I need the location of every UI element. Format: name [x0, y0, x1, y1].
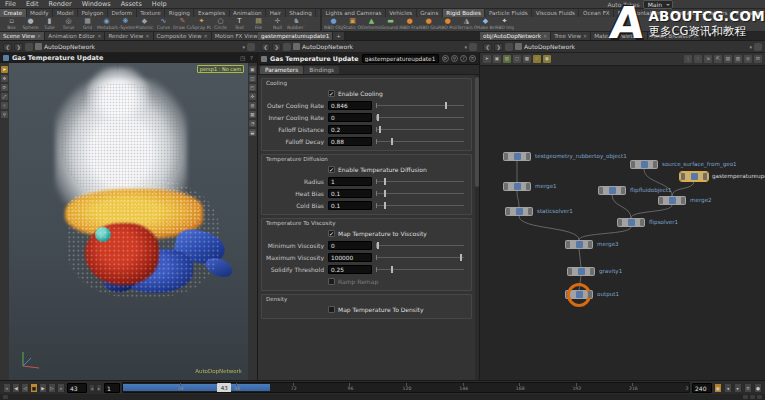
keyframe-step-button[interactable]: ◂ — [89, 384, 95, 392]
shelf-tool[interactable]: ● Sphere — [21, 17, 40, 32]
menu-item[interactable]: Windows — [77, 0, 116, 9]
param-value-field[interactable]: 1 — [328, 177, 372, 186]
transport-button[interactable]: « — [3, 383, 11, 393]
menu-item[interactable]: Help — [147, 0, 172, 9]
shelf-tab[interactable]: Hair — [266, 9, 286, 17]
shelf-tool[interactable]: ❋ L-System — [116, 17, 135, 32]
pane-tab[interactable]: Render View ✕ — [105, 32, 153, 40]
range-start-field[interactable]: 1 — [104, 383, 120, 393]
menu-item[interactable]: Edit — [21, 0, 44, 9]
shelf-tab[interactable]: Model — [53, 9, 78, 17]
menu-icon[interactable]: ≡ — [469, 55, 476, 62]
chevron-down-icon[interactable]: ▾ — [464, 44, 467, 50]
pin-icon[interactable] — [469, 43, 477, 51]
viewport-display-icon[interactable]: ▣ — [249, 66, 256, 73]
network-toolbar-icon[interactable]: ▣ — [493, 55, 501, 63]
scrollbar[interactable] — [475, 75, 479, 380]
param-slider[interactable] — [376, 125, 464, 134]
shelf-tool[interactable]: ▮ Tube — [40, 17, 59, 32]
shelf-tab[interactable]: Create — [0, 9, 27, 17]
path-location[interactable]: AutoDopNetwork — [302, 43, 462, 50]
parameters-tab[interactable]: Bindings — [304, 66, 339, 74]
shelf-tab[interactable]: Viscous Fluids — [532, 9, 579, 17]
slider-handle[interactable] — [384, 190, 386, 197]
network-toolbar-icon[interactable]: ▥ — [503, 55, 511, 63]
shelf-tool[interactable]: ▦ Grid — [78, 17, 97, 32]
transport-button[interactable]: ■ — [30, 383, 38, 393]
playbar-option-button[interactable]: ▣ — [714, 383, 722, 393]
chevron-down-icon[interactable]: ▾ — [242, 44, 245, 50]
network-node[interactable]: merge1 — [503, 182, 531, 191]
transport-button[interactable]: » — [57, 383, 65, 393]
shelf-tool[interactable]: ◉ Metaball — [97, 17, 116, 32]
network-toolbar-icon[interactable]: ▩ — [523, 55, 531, 63]
transport-button[interactable]: ◁ — [21, 383, 29, 393]
menu-item[interactable]: File — [0, 0, 21, 9]
network-toolbar-icon[interactable]: ● — [543, 55, 551, 63]
network-toolbar-icon[interactable]: ⇲ — [704, 55, 712, 63]
pane-tab[interactable]: Composite View ✕ — [154, 32, 212, 40]
checkbox[interactable]: ✓ — [328, 166, 335, 173]
viewport-tool-icon[interactable]: ✥ — [1, 75, 8, 82]
shelf-tab[interactable]: Polygon — [78, 9, 108, 17]
param-value-field[interactable]: 0 — [328, 113, 372, 122]
viewport-tool-icon[interactable]: ➤ — [1, 66, 8, 73]
playbar-option-button[interactable]: ● — [754, 383, 762, 393]
param-slider[interactable] — [376, 265, 464, 274]
slider-handle[interactable] — [445, 102, 447, 109]
current-frame-field[interactable]: 43 — [67, 383, 87, 393]
pane-tab[interactable]: obj/AutoDopNetwork ✕ — [480, 32, 551, 40]
viewport-tool-icon[interactable]: ⚲ — [1, 111, 8, 118]
shelf-tool[interactable]: ▣ Static Obj. — [343, 17, 362, 32]
playbar-option-button[interactable]: ▸ — [734, 383, 742, 393]
pane-tab[interactable]: Motion FX View ✕ — [212, 32, 258, 40]
network-node[interactable]: source_surface_from_geo1 — [630, 160, 658, 169]
network-toolbar-icon[interactable]: ⁘ — [694, 55, 702, 63]
viewport-display-icon[interactable]: ✜ — [249, 93, 256, 100]
viewport-display-icon[interactable]: ◰ — [249, 84, 256, 91]
close-icon[interactable]: ✕ — [583, 32, 587, 41]
shelf-tool[interactable]: ✦ RBD Impac. — [495, 17, 514, 32]
network-toolbar-icon[interactable]: ▥ — [734, 55, 742, 63]
shelf-tool[interactable]: ○ Circle — [211, 17, 230, 32]
slider-handle[interactable] — [377, 114, 379, 121]
slider-handle[interactable] — [384, 178, 386, 185]
param-value-field[interactable]: 0 — [328, 241, 372, 250]
viewport-display-icon[interactable]: ◔ — [249, 120, 256, 127]
network-toolbar-icon[interactable]: ➤ — [483, 55, 491, 63]
viewport-display-icon[interactable]: ◍ — [249, 102, 256, 109]
shelf-tool[interactable]: ▲ Deforming — [362, 17, 381, 32]
network-toolbar-icon[interactable]: ▤ — [724, 55, 732, 63]
slider-handle[interactable] — [460, 254, 462, 261]
shelf-tool[interactable]: ◆ Platonic — [135, 17, 154, 32]
network-node[interactable]: gastemperatureupdate1 — [680, 172, 708, 181]
shelf-tab[interactable]: Particle Fluids — [485, 9, 532, 17]
menu-item[interactable]: Assets — [116, 0, 147, 9]
forward-button[interactable]: ❯ — [494, 43, 503, 51]
transport-button[interactable]: ▶ — [39, 383, 47, 393]
close-icon[interactable]: ✕ — [203, 32, 207, 41]
network-node[interactable]: output1 — [565, 290, 593, 299]
shelf-tool[interactable]: ● RBD Fract. — [400, 17, 419, 32]
param-value-field[interactable]: 0.1 — [328, 189, 372, 198]
shelf-tab[interactable]: Deform — [108, 9, 137, 17]
transport-button[interactable]: ◀ — [12, 383, 20, 393]
lock-icon[interactable] — [25, 43, 33, 51]
pane-tab[interactable]: Scene View ✕ — [0, 32, 45, 40]
viewport-canvas[interactable]: persp1 : No cam AutoDopNetwork — [9, 63, 248, 380]
shelf-tab[interactable]: Rigging — [165, 9, 194, 17]
pane-tab[interactable]: Animation Editor ✕ — [45, 32, 105, 40]
network-node[interactable]: flipfluidobject1 — [598, 186, 626, 195]
node-name-field[interactable] — [362, 54, 439, 63]
param-slider[interactable] — [376, 137, 464, 146]
playhead[interactable]: 43 — [217, 383, 231, 393]
playbar-option-button[interactable]: ◂ — [724, 383, 732, 393]
shelf-tab[interactable]: Lights and Cameras — [322, 9, 386, 17]
shelf-tool[interactable]: ◎ Torus — [59, 17, 78, 32]
slider-handle[interactable] — [384, 202, 386, 209]
shelf-tool[interactable]: ● RBD Glue — [419, 17, 438, 32]
viewport-tool-icon[interactable]: ⊹ — [1, 102, 8, 109]
shelf-tool[interactable]: ◮ Terrain Obj — [457, 17, 476, 32]
param-value-field[interactable]: 0.88 — [328, 137, 372, 146]
network-toolbar-icon[interactable]: ✓ — [533, 55, 541, 63]
